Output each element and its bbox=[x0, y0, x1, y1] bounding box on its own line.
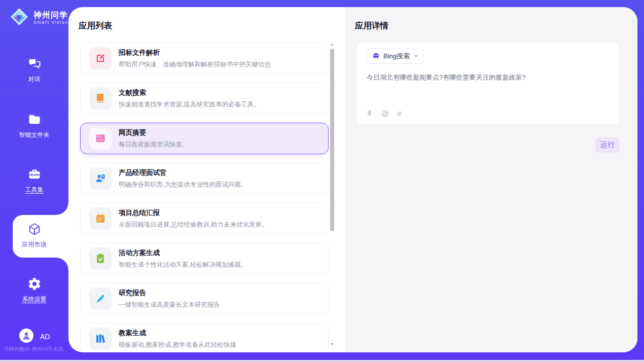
app-icon bbox=[89, 328, 112, 350]
hash-icon[interactable]: # bbox=[397, 110, 401, 117]
app-description: 每日政府新闻资讯快查。 bbox=[119, 140, 189, 149]
app-texts: 活动方案生成 智能生成个性化活动方案,轻松解决规划难题。 bbox=[119, 248, 247, 269]
list-item[interactable]: 研究报告 一键智能生成高质量长文本研究报告 bbox=[80, 283, 329, 314]
sidebar-item-label: 工具集 bbox=[25, 186, 44, 194]
run-button[interactable]: 运行 bbox=[595, 137, 620, 153]
chat-icon bbox=[0, 57, 68, 72]
app-texts: 教案生成 模板驱动,教案秒成,教学准备从此轻松快捷 bbox=[119, 329, 236, 349]
app-texts: 文献搜索 快速精准查找学术资源,提高研究效率的必备工具。 bbox=[119, 88, 260, 109]
scroll-up-icon[interactable]: ▲ bbox=[330, 43, 335, 46]
sidebar: 神州问学 Smart Vision 对话 智 bbox=[0, 0, 68, 360]
user-account[interactable]: AD bbox=[19, 329, 50, 345]
app-texts: 产品经理面试官 明确身份和职责,为您提供专业性的面试问题。 bbox=[119, 168, 247, 189]
scrollbar-thumb[interactable] bbox=[330, 49, 334, 231]
app-name: 产品经理面试官 bbox=[119, 168, 247, 177]
app-name: 研究报告 bbox=[119, 288, 220, 298]
list-item[interactable]: 网页摘要 每日政府新闻资讯快查。 bbox=[80, 123, 329, 154]
app-logo: 神州问学 Smart Vision bbox=[9, 7, 68, 29]
prompt-card: Bing搜索 × 今日湖北有哪些新闻要点?有哪些需要关注的最新政策? @ # bbox=[356, 42, 620, 125]
app-texts: 研究报告 一键智能生成高质量长文本研究报告 bbox=[119, 288, 220, 309]
main-content: 应用列表 招标文件解析 帮助用户快速、准确地理解和解析招标书中的关键信息 文献搜… bbox=[68, 7, 637, 352]
list-item[interactable]: 教案生成 模板驱动,教案秒成,教学准备从此轻松快捷 bbox=[80, 323, 329, 352]
sidebar-item-app-market[interactable]: 应用市场 bbox=[0, 222, 68, 249]
sidebar-item-label: 系统设置 bbox=[22, 295, 47, 304]
cube-icon bbox=[0, 222, 68, 237]
sidebar-item-settings[interactable]: 系统设置 bbox=[0, 277, 68, 304]
active-tab-notch-top bbox=[56, 203, 68, 215]
app-name: 文献搜索 bbox=[119, 88, 260, 97]
app-icon bbox=[89, 207, 112, 230]
sidebar-item-toolset[interactable]: 工具集 bbox=[0, 167, 68, 194]
app-name: 网页摘要 bbox=[119, 128, 189, 137]
app-list-title: 应用列表 bbox=[79, 20, 112, 31]
user-label: AD bbox=[40, 333, 50, 341]
app-icon bbox=[89, 127, 112, 150]
list-item[interactable]: 文献搜索 快速精准查找学术资源,提高研究效率的必备工具。 bbox=[80, 83, 329, 114]
list-scrollbar[interactable]: ▲ ▼ bbox=[330, 43, 335, 346]
diamond-logo-icon bbox=[9, 7, 29, 29]
app-icon bbox=[89, 167, 112, 190]
app-texts: 网页摘要 每日政府新闻资讯快查。 bbox=[119, 128, 189, 149]
app-description: 快速精准查找学术资源,提高研究效率的必备工具。 bbox=[119, 100, 260, 109]
app-window: 神州问学 Smart Vision 对话 智 bbox=[0, 0, 644, 362]
app-texts: 项目总结汇报 全面回顾项目进展,总结经验教训,助力未来优化发展。 bbox=[119, 208, 268, 229]
sidebar-item-smart-folder[interactable]: 智能文件夹 bbox=[0, 113, 68, 139]
app-description: 一键智能生成高质量长文本研究报告 bbox=[119, 301, 220, 309]
app-name: 招标文件解析 bbox=[119, 48, 271, 57]
app-name: 教案生成 bbox=[119, 329, 236, 338]
close-icon[interactable]: × bbox=[414, 53, 418, 60]
list-item[interactable]: 招标文件解析 帮助用户快速、准确地理解和解析招标书中的关键信息 bbox=[80, 43, 329, 74]
toolbox-icon bbox=[0, 167, 68, 183]
sidebar-item-label: 对话 bbox=[28, 75, 41, 84]
sidebar-item-chat[interactable]: 对话 bbox=[0, 57, 68, 84]
app-detail-panel: 应用详情 Bing搜索 × 今日湖北有哪些新闻要点?有哪些需要关注的最新政策? bbox=[345, 7, 637, 352]
app-description: 帮助用户快速、准确地理解和解析招标书中的关键信息 bbox=[119, 60, 271, 69]
at-icon[interactable]: @ bbox=[381, 110, 389, 117]
scroll-down-icon[interactable]: ▼ bbox=[330, 342, 335, 346]
app-description: 模板驱动,教案秒成,教学准备从此轻松快捷 bbox=[119, 341, 236, 349]
sidebar-item-label: 智能文件夹 bbox=[19, 131, 50, 139]
app-list: 招标文件解析 帮助用户快速、准确地理解和解析招标书中的关键信息 文献搜索 快速精… bbox=[80, 43, 329, 352]
app-description: 智能生成个性化活动方案,轻松解决规划难题。 bbox=[119, 261, 247, 269]
tool-chip-label: Bing搜索 bbox=[383, 52, 410, 61]
tool-chip-bing-search[interactable]: Bing搜索 × bbox=[367, 49, 423, 64]
app-detail-title: 应用详情 bbox=[355, 20, 388, 31]
app-name: 项目总结汇报 bbox=[119, 208, 268, 218]
list-item[interactable]: 项目总结汇报 全面回顾项目进展,总结经验教训,助力未来优化发展。 bbox=[80, 203, 329, 234]
active-tab-notch-bottom bbox=[56, 258, 68, 270]
prompt-input[interactable]: 今日湖北有哪些新闻要点?有哪些需要关注的最新政策? bbox=[367, 73, 610, 83]
list-item[interactable]: 产品经理面试官 明确身份和职责,为您提供专业性的面试问题。 bbox=[80, 163, 329, 194]
avatar bbox=[19, 329, 33, 345]
app-texts: 招标文件解析 帮助用户快速、准确地理解和解析招标书中的关键信息 bbox=[119, 48, 271, 69]
folder-icon bbox=[0, 113, 68, 128]
insert-toolbar: @ # bbox=[366, 108, 402, 118]
app-description: 明确身份和职责,为您提供专业性的面试问题。 bbox=[119, 180, 247, 189]
app-description: 全面回顾项目进展,总结经验教训,助力未来优化发展。 bbox=[119, 221, 268, 229]
app-icon bbox=[89, 87, 112, 110]
app-icon bbox=[89, 47, 112, 69]
gear-icon bbox=[0, 277, 68, 292]
copyright-footer: ©神州数码·神州问学出品 bbox=[0, 346, 68, 353]
briefcase-icon bbox=[372, 52, 380, 61]
app-icon bbox=[89, 287, 112, 310]
logo-text: 神州问学 Smart Vision bbox=[33, 11, 68, 25]
bottom-strip bbox=[0, 360, 644, 362]
app-name: 活动方案生成 bbox=[119, 248, 247, 258]
list-item[interactable]: 活动方案生成 智能生成个性化活动方案,轻松解决规划难题。 bbox=[80, 243, 329, 274]
logo-subtitle: Smart Vision bbox=[33, 20, 68, 25]
logo-title: 神州问学 bbox=[33, 11, 68, 20]
app-icon bbox=[89, 247, 112, 270]
sidebar-item-label: 应用市场 bbox=[22, 240, 47, 249]
paperclip-icon[interactable] bbox=[366, 108, 373, 118]
